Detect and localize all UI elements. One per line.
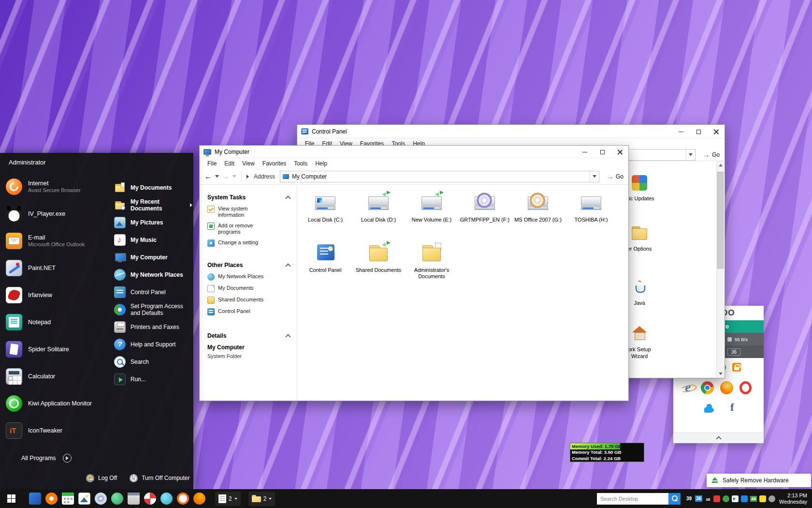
start-item-my-documents[interactable]: My Documents bbox=[112, 179, 193, 196]
link-my-network-places[interactable]: My Network Places bbox=[207, 273, 290, 281]
drive-toshiba-h[interactable]: TOSHIBA (H:) bbox=[566, 192, 616, 223]
maximize-button[interactable] bbox=[594, 146, 611, 158]
quicklaunch-calendar-icon[interactable] bbox=[62, 493, 74, 505]
tray-security-icon[interactable] bbox=[713, 495, 720, 502]
lock-icon[interactable] bbox=[732, 363, 741, 372]
menu-file[interactable]: File bbox=[203, 160, 220, 167]
firefox-icon[interactable] bbox=[720, 381, 733, 394]
quicklaunch-opera-icon[interactable] bbox=[177, 493, 189, 505]
task-group-windows[interactable]: 2 bbox=[215, 492, 241, 506]
all-programs-button[interactable]: All Programs bbox=[0, 454, 112, 463]
forward-history-dropdown-icon[interactable] bbox=[232, 175, 236, 178]
start-item-run[interactable]: Run... bbox=[112, 371, 193, 388]
monitor-value-4[interactable]: 49 bbox=[750, 496, 757, 502]
drive-new-volume-e[interactable]: New Volume (E:) bbox=[406, 192, 457, 223]
start-item-help-and-support[interactable]: Help and Support bbox=[112, 336, 193, 353]
other-places-header[interactable]: Other Places bbox=[207, 262, 290, 269]
start-item-printers-and-faxes[interactable]: Printers and Faxes bbox=[112, 318, 193, 336]
close-button[interactable] bbox=[611, 146, 628, 158]
internet-explorer-icon[interactable] bbox=[681, 381, 695, 394]
link-shared-documents[interactable]: Shared Documents bbox=[207, 297, 290, 304]
collapse-chevron-icon[interactable] bbox=[285, 195, 290, 201]
minimize-button[interactable] bbox=[672, 125, 690, 138]
quicklaunch-media-icon[interactable] bbox=[95, 493, 107, 505]
address-dropdown-button[interactable] bbox=[590, 171, 599, 182]
scrollbar-thumb[interactable] bbox=[717, 172, 724, 269]
task-view-system-information[interactable]: View system information bbox=[207, 206, 290, 218]
start-item-email[interactable]: E-mail Microsoft Office Outlook bbox=[6, 227, 110, 254]
desktop-search-box[interactable] bbox=[597, 493, 681, 505]
quicklaunch-firefox-icon[interactable] bbox=[193, 493, 205, 505]
start-item-paint-net[interactable]: Paint.NET bbox=[6, 254, 110, 282]
back-history-dropdown-icon[interactable] bbox=[215, 175, 219, 178]
menu-help[interactable]: Help bbox=[311, 160, 331, 167]
taskbar-clock[interactable]: 2:13 PM Wednesday bbox=[779, 493, 807, 505]
quicklaunch-pinwheel-icon[interactable] bbox=[144, 493, 156, 505]
start-item-kiwi-monitor[interactable]: Kiwi Application Monitor bbox=[6, 390, 110, 417]
collapse-chevron-icon[interactable] bbox=[285, 263, 290, 269]
start-item-program-access-defaults[interactable]: Set Program Access and Defaults bbox=[112, 301, 193, 318]
maximize-button[interactable] bbox=[690, 125, 707, 138]
tray-volume-icon[interactable] bbox=[732, 495, 739, 502]
menu-tools[interactable]: Tools bbox=[290, 160, 311, 167]
monitor-value-2[interactable]: 36 bbox=[695, 495, 702, 502]
forward-button[interactable]: → bbox=[222, 172, 230, 181]
start-item-search[interactable]: Search bbox=[112, 353, 193, 371]
tray-hardware-icon[interactable] bbox=[768, 495, 775, 502]
turn-off-computer-button[interactable]: Turn Off Computer bbox=[130, 474, 189, 482]
drive-cd-g[interactable]: MS Office 2007 (G:) bbox=[513, 192, 563, 223]
drive-local-disk-d[interactable]: Local Disk (D:) bbox=[353, 192, 404, 223]
task-group-folders[interactable]: 2 bbox=[248, 492, 276, 506]
system-tasks-header[interactable]: System Tasks bbox=[207, 194, 290, 201]
counter-value[interactable]: 36 bbox=[727, 348, 740, 356]
close-button[interactable] bbox=[707, 125, 725, 138]
link-control-panel[interactable]: Control Panel bbox=[207, 308, 290, 315]
start-item-irfanview[interactable]: Irfanview bbox=[6, 282, 110, 309]
start-item-iv-player[interactable]: IV_Player.exe bbox=[6, 200, 110, 227]
start-item-calculator[interactable]: Calculator bbox=[6, 363, 110, 390]
menu-edit[interactable]: Edit bbox=[220, 160, 238, 167]
start-item-spider-solitaire[interactable]: Spider Solitaire bbox=[6, 336, 110, 363]
vertical-scrollbar[interactable] bbox=[716, 161, 724, 377]
menu-view[interactable]: View bbox=[238, 160, 259, 167]
collapse-chevron-icon[interactable] bbox=[285, 334, 290, 339]
scroll-up-button[interactable] bbox=[717, 161, 724, 169]
start-item-icontweaker[interactable]: IconTweaker bbox=[6, 417, 110, 444]
start-item-control-panel[interactable]: Control Panel bbox=[112, 284, 193, 301]
details-header[interactable]: Details bbox=[207, 332, 290, 339]
search-input[interactable] bbox=[597, 493, 668, 505]
go-button[interactable]: → Go bbox=[702, 150, 720, 159]
tray-display-icon[interactable] bbox=[741, 495, 748, 502]
start-item-my-pictures[interactable]: My Pictures bbox=[112, 214, 193, 231]
my-computer-titlebar[interactable]: My Computer bbox=[200, 146, 628, 158]
twitter-icon[interactable] bbox=[704, 404, 716, 413]
start-item-my-computer[interactable]: My Computer bbox=[112, 249, 193, 266]
start-button[interactable] bbox=[0, 489, 22, 508]
toolbar-overflow-icon[interactable] bbox=[246, 175, 249, 179]
folder-shared-documents[interactable]: Shared Documents bbox=[353, 242, 404, 280]
tray-green-status-icon[interactable] bbox=[723, 495, 729, 502]
safely-remove-hardware-flyout[interactable]: Safely Remove Hardware bbox=[707, 474, 811, 487]
start-item-my-recent-documents[interactable]: My Recent Documents bbox=[112, 196, 193, 214]
start-item-my-network-places[interactable]: My Network Places bbox=[112, 266, 193, 284]
start-item-notepad[interactable]: Notepad bbox=[6, 309, 110, 336]
go-button[interactable]: → Go bbox=[606, 172, 624, 180]
quicklaunch-cyan-app-icon[interactable] bbox=[160, 493, 173, 505]
dock-collapse-bar[interactable] bbox=[673, 433, 764, 443]
address-dropdown-button[interactable] bbox=[686, 149, 695, 160]
monitor-value-1[interactable]: 39 bbox=[685, 495, 693, 502]
folder-control-panel[interactable]: Control Panel bbox=[300, 242, 350, 280]
folder-administrators-documents[interactable]: Administrator's Documents bbox=[406, 242, 457, 280]
menu-favorites[interactable]: Favorites bbox=[259, 160, 290, 167]
monitor-value-3[interactable]: 38 bbox=[705, 497, 711, 502]
search-magnifier-icon[interactable] bbox=[668, 493, 681, 505]
log-off-button[interactable]: Log Off bbox=[86, 474, 117, 482]
tray-yellow-status-icon[interactable] bbox=[759, 495, 766, 502]
task-change-a-setting[interactable]: Change a setting bbox=[207, 239, 290, 247]
task-add-remove-programs[interactable]: Add or remove programs bbox=[207, 223, 290, 235]
start-item-my-music[interactable]: My Music bbox=[112, 231, 193, 249]
quicklaunch-avast-icon[interactable] bbox=[45, 493, 58, 505]
quicklaunch-explorer-icon[interactable] bbox=[29, 493, 41, 505]
start-item-internet[interactable]: Internet Avast Secure Browser bbox=[6, 173, 110, 200]
link-my-documents[interactable]: My Documents bbox=[207, 285, 290, 292]
